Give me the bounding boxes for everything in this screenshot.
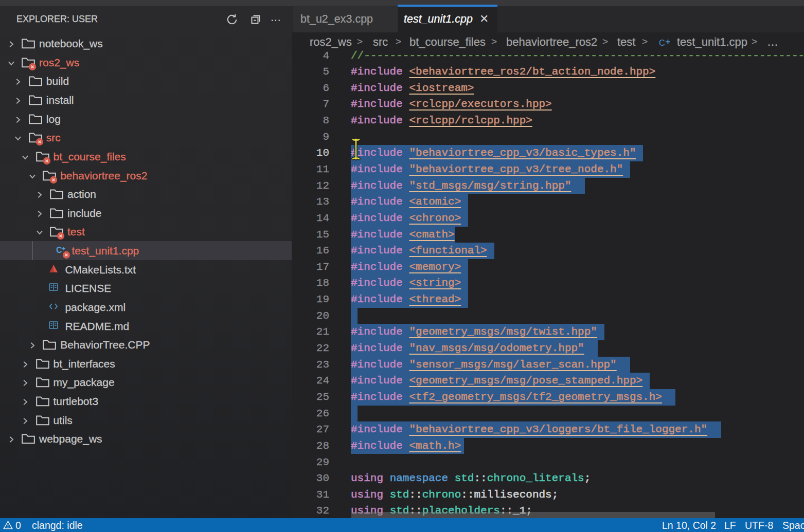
svg-text:C: C xyxy=(56,246,62,254)
svg-text:C: C xyxy=(659,38,665,47)
